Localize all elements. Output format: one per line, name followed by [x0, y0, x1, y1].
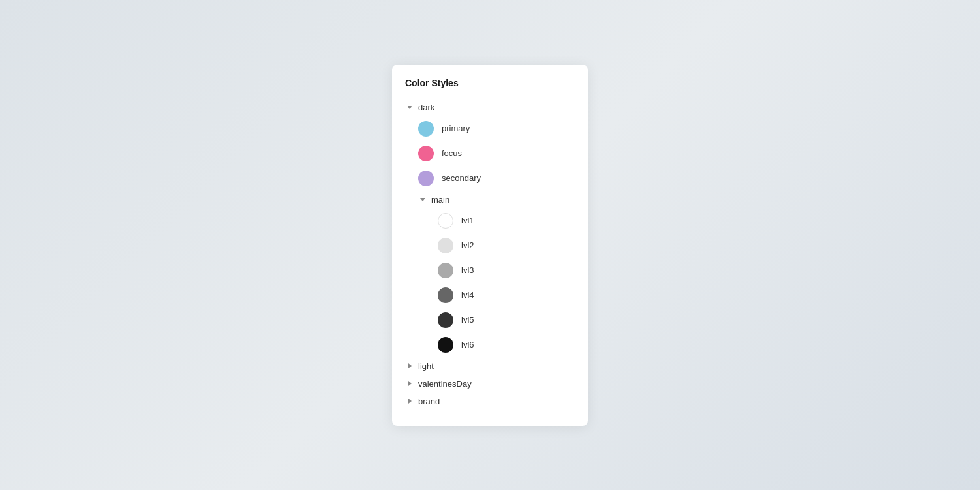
color-lvl4[interactable]: lvl4 [392, 283, 588, 308]
chevron-valentines-icon [405, 379, 414, 388]
color-lvl1[interactable]: lvl1 [392, 208, 588, 233]
subgroup-main[interactable]: main [392, 191, 588, 208]
color-styles-panel: Color Styles dark primary focus secondar… [392, 65, 588, 426]
group-brand-label: brand [418, 397, 440, 406]
color-dot-lvl2 [438, 238, 453, 253]
group-dark-label: dark [418, 103, 434, 112]
color-label-lvl6: lvl6 [461, 340, 474, 350]
color-dot-lvl1 [438, 213, 453, 229]
group-dark[interactable]: dark [392, 99, 588, 116]
color-dot-lvl6 [438, 337, 453, 353]
color-focus[interactable]: focus [392, 141, 588, 166]
color-dot-lvl4 [438, 287, 453, 303]
subgroup-main-label: main [431, 195, 449, 204]
chevron-main-icon [418, 195, 427, 204]
color-primary[interactable]: primary [392, 116, 588, 141]
color-label-primary: primary [442, 123, 470, 133]
chevron-dark-icon [405, 103, 414, 112]
color-lvl3[interactable]: lvl3 [392, 258, 588, 283]
color-dot-primary [418, 121, 434, 137]
color-label-lvl3: lvl3 [461, 265, 474, 275]
color-dot-lvl5 [438, 312, 453, 328]
color-dot-lvl3 [438, 263, 453, 278]
panel-title: Color Styles [392, 78, 588, 99]
group-valentines-label: valentinesDay [418, 379, 472, 389]
color-label-secondary: secondary [442, 173, 481, 183]
color-secondary[interactable]: secondary [392, 166, 588, 191]
chevron-brand-icon [405, 397, 414, 406]
color-label-lvl1: lvl1 [461, 216, 474, 225]
color-label-focus: focus [442, 148, 462, 158]
color-dot-focus [418, 146, 434, 161]
group-light-label: light [418, 361, 434, 371]
color-label-lvl5: lvl5 [461, 315, 474, 325]
group-light[interactable]: light [392, 357, 588, 375]
color-label-lvl4: lvl4 [461, 290, 474, 300]
chevron-light-icon [405, 361, 414, 370]
color-dot-secondary [418, 171, 434, 186]
color-lvl2[interactable]: lvl2 [392, 233, 588, 258]
color-label-lvl2: lvl2 [461, 240, 474, 250]
group-valentines-day[interactable]: valentinesDay [392, 375, 588, 393]
color-lvl5[interactable]: lvl5 [392, 308, 588, 333]
group-brand[interactable]: brand [392, 393, 588, 410]
color-lvl6[interactable]: lvl6 [392, 333, 588, 357]
